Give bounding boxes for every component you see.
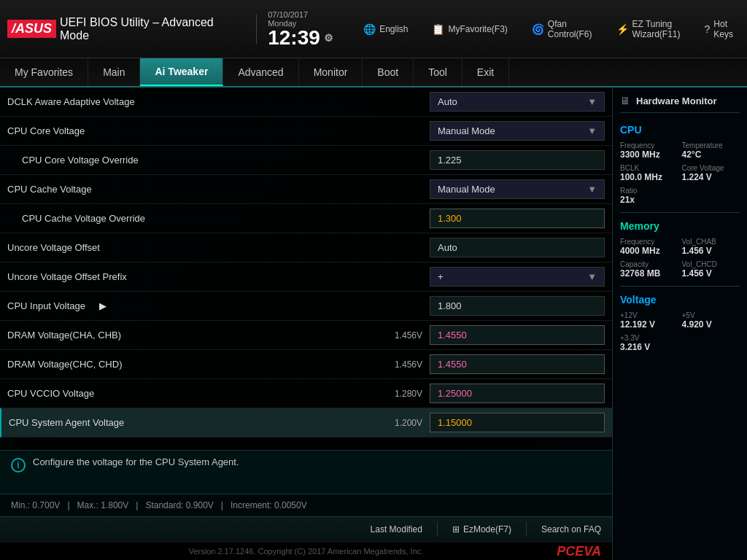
dram-chc-chd-hint: 1.456V [379,359,422,370]
uncore-voltage-offset-label: Uncore Voltage Offset [7,242,430,253]
nav-item-favorites[interactable]: My Favorites [0,58,88,86]
cpu-core-voltage-dropdown[interactable]: Manual Mode ▼ [430,121,605,141]
cpu-core-voltage-control[interactable]: Manual Mode ▼ [430,121,605,141]
pceva-logo: PCEVA [557,544,601,559]
dram-voltage-chc-chd-control[interactable] [430,354,605,374]
hw-item-vol-chcd: Vol_CHCD 1.456 V [682,260,740,279]
ezmode-icon: ⊞ [452,524,460,534]
table-row: CPU VCCIO Voltage 1.280V [0,379,612,408]
nav-item-tool[interactable]: Tool [414,58,462,86]
hw-item-mem-frequency: Frequency 4000 MHz [620,238,678,256]
sep3: | [221,500,223,510]
hw-capacity-value: 32768 MB [620,268,678,279]
dclk-aware-value: Auto [438,96,457,107]
hw-monitor-title: 🖥 Hardware Monitor [620,95,740,113]
last-modified-btn[interactable]: Last Modified [371,524,422,534]
search-faq-btn[interactable]: Search on FAQ [541,524,601,534]
footer-divider [437,522,438,537]
uncore-voltage-offset-control[interactable] [430,238,605,257]
nav-item-exit[interactable]: Exit [462,58,509,86]
dram-voltage-chc-chd-input[interactable] [430,354,605,374]
globe-icon: 🌐 [363,23,376,35]
hotkeys-btn[interactable]: ? Hot Keys [698,15,740,43]
hw-item-plus33v: +3.3V 3.216 V [620,334,678,352]
datetime: 07/10/2017 Monday 12:39 ⚙ [268,10,338,48]
cpu-vccio-hint: 1.280V [379,389,422,399]
nav-item-main[interactable]: Main [88,58,140,86]
nav-bar: My Favorites Main Ai Tweaker Advanced Mo… [0,58,747,88]
ezmode-label: EzMode(F7) [463,524,511,534]
nav-item-boot[interactable]: Boot [363,58,414,86]
asus-logo: /ASUS [7,20,56,38]
uncore-voltage-offset-prefix-control[interactable]: + ▼ [430,267,605,287]
header: /ASUS UEFI BIOS Utility – Advanced Mode … [0,0,747,58]
cpu-input-voltage-control[interactable] [430,296,605,316]
cpu-cache-voltage-dropdown[interactable]: Manual Mode ▼ [430,179,605,199]
eztuning-btn[interactable]: ⚡ EZ Tuning Wizard(F11) [610,15,687,43]
cpu-system-agent-voltage-label: CPU System Agent Voltage [9,417,379,428]
dclk-aware-control[interactable]: Auto ▼ [430,92,605,112]
dropdown-arrow: ▼ [587,96,597,107]
time-display: 12:39 ⚙ [268,28,333,48]
table-row: CPU Core Voltage Manual Mode ▼ [0,117,612,146]
dclk-aware-dropdown[interactable]: Auto ▼ [430,92,605,112]
bios-title: UEFI BIOS Utility – Advanced Mode [60,16,245,42]
cpu-core-voltage-override-control[interactable] [430,150,605,170]
eztuning-label: EZ Tuning Wizard(F11) [632,19,681,39]
cpu-cache-voltage-control[interactable]: Manual Mode ▼ [430,179,605,199]
hw-frequency-label: Frequency [620,141,678,149]
dram-voltage-cha-chb-input[interactable] [430,325,605,345]
table-row[interactable]: CPU System Agent Voltage 1.200V [0,408,612,438]
table-row: CPU Core Voltage Override [0,146,612,175]
hw-item-capacity: Capacity 32768 MB [620,260,678,279]
cpu-cache-voltage-override-control[interactable] [430,209,605,228]
hw-bclk-value: 100.0 MHz [620,172,678,182]
hw-plus5v-value: 4.920 V [682,319,740,330]
nav-item-monitor[interactable]: Monitor [299,58,363,86]
date-text: 07/10/2017 Monday [268,10,338,28]
standard-param: Standard: 0.900V [145,500,213,510]
hw-bclk-label: BCLK [620,164,678,172]
search-faq-label: Search on FAQ [541,524,601,534]
cpu-input-voltage-input[interactable] [430,296,605,316]
hw-item-core-voltage: Core Voltage 1.224 V [682,164,740,182]
cpu-vccio-voltage-label: CPU VCCIO Voltage [7,388,379,399]
hw-voltage-grid: +12V 12.192 V +5V 4.920 V +3.3V 3.216 V [620,311,740,352]
english-btn[interactable]: 🌐 English [357,15,414,43]
dram-cha-chb-hint: 1.456V [379,330,422,341]
cursor-area: ▶ [99,300,107,311]
cpu-system-agent-voltage-input[interactable] [430,413,605,432]
myfavorite-label: MyFavorite(F3) [448,24,507,34]
gear-icon[interactable]: ⚙ [324,33,333,43]
uncore-voltage-offset-prefix-dropdown[interactable]: + ▼ [430,267,605,287]
bios-container: /ASUS UEFI BIOS Utility – Advanced Mode … [0,0,747,560]
dram-voltage-chc-chd-label: DRAM Voltage(CHC, CHD) [7,359,379,370]
table-row: CPU Cache Voltage Manual Mode ▼ [0,175,612,204]
hw-capacity-label: Capacity [620,260,678,268]
dropdown-arrow: ▼ [587,125,597,136]
hw-plus5v-label: +5V [682,311,740,319]
header-buttons: 🌐 English 📋 MyFavorite(F3) 🌀 Qfan Contro… [357,15,740,43]
cpu-core-voltage-override-label: CPU Core Voltage Override [7,155,430,166]
nav-item-aitweaker[interactable]: Ai Tweaker [140,58,223,86]
cpu-system-agent-voltage-control[interactable] [430,413,605,432]
hw-mem-frequency-label: Frequency [620,238,678,246]
nav-item-advanced[interactable]: Advanced [223,58,298,86]
cpu-core-voltage-override-input[interactable] [430,150,605,170]
bottom-params: Min.: 0.700V | Max.: 1.800V | Standard: … [0,494,612,516]
dram-voltage-cha-chb-control[interactable] [430,325,605,345]
dropdown-arrow: ▼ [587,184,597,195]
hw-vol-chcd-value: 1.456 V [682,268,740,279]
qfan-btn[interactable]: 🌀 Qfan Control(F6) [525,15,599,43]
hw-divider-1 [620,212,740,213]
hw-item-vol-chab: Vol_CHAB 1.456 V [682,238,740,256]
myfavorite-btn[interactable]: 📋 MyFavorite(F3) [425,15,514,43]
cpu-cache-voltage-override-input[interactable] [430,209,605,228]
min-param: Min.: 0.700V [11,500,60,510]
hw-ratio-label: Ratio [620,187,678,195]
cpu-vccio-voltage-control[interactable] [430,384,605,403]
hw-plus12v-value: 12.192 V [620,319,678,330]
uncore-voltage-offset-input[interactable] [430,238,605,257]
ezmode-btn[interactable]: ⊞ EzMode(F7) [452,524,511,534]
cpu-vccio-voltage-input[interactable] [430,384,605,403]
